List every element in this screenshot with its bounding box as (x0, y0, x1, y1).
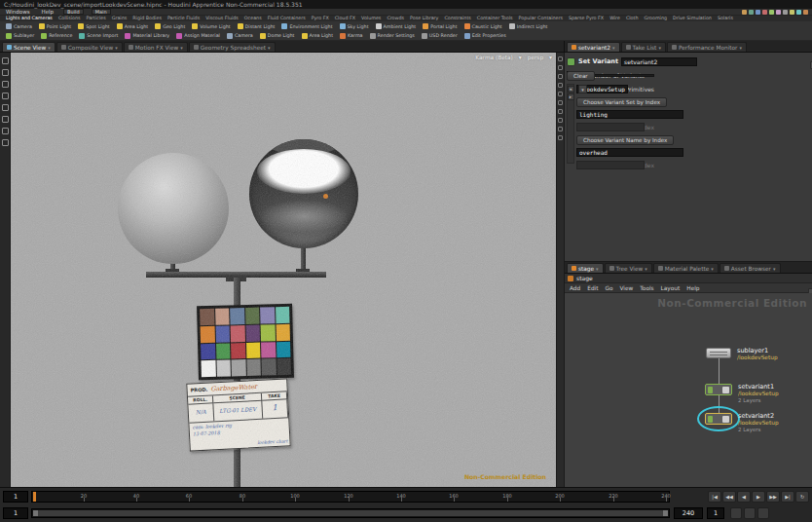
shelf-tool[interactable]: USD Render (422, 33, 458, 39)
pane-tab-stage[interactable]: stage▾ (567, 263, 604, 273)
shelfset-selector[interactable]: Main (92, 9, 111, 15)
variant-name-field[interactable]: overhead (576, 148, 683, 157)
pane-tab-scene-view[interactable]: Scene View▾ (2, 42, 55, 52)
pane-tab-take-list[interactable]: Take List▾ (621, 42, 666, 52)
range-handle-right[interactable] (663, 510, 668, 516)
key-tool-icon[interactable] (2, 139, 9, 146)
playbar-settings-icon[interactable] (757, 507, 769, 519)
node-setvariant1[interactable] (705, 384, 732, 395)
transport-button-2[interactable]: ◀ (737, 491, 751, 503)
toolbar-icon[interactable] (783, 10, 788, 15)
frame-step-field[interactable]: 1 (707, 507, 724, 519)
pane-tab-motion-fx-view[interactable]: Motion FX View▾ (124, 42, 188, 52)
toolbar-icon[interactable] (776, 10, 781, 15)
toolbar-icon[interactable] (803, 10, 808, 15)
shelf-tool[interactable]: Area Light (302, 33, 334, 39)
color-checker-chart[interactable] (197, 304, 294, 381)
view-options-icon[interactable] (558, 135, 563, 140)
shelf-tool[interactable]: Sublayer (6, 33, 34, 39)
transport-button-4[interactable]: ▶▶ (766, 491, 780, 503)
select-tool-icon[interactable] (2, 57, 9, 64)
shelf-tool[interactable]: Point Light (39, 23, 71, 29)
range-start-field[interactable]: 1 (3, 507, 28, 519)
network-menu-tools[interactable]: Tools (640, 285, 653, 291)
network-menu-view[interactable]: View (620, 285, 634, 291)
shelf-tool[interactable]: Sky Light (340, 23, 369, 29)
toolbar-icon[interactable] (756, 10, 760, 15)
matte-gray-sphere[interactable] (118, 153, 229, 264)
shelf-tool[interactable]: Caustic Light (464, 23, 502, 29)
shelf-tool[interactable]: Scene Import (79, 33, 118, 39)
shelf-tool[interactable]: Dome Light (260, 33, 295, 39)
shelf-tool[interactable]: Spot Light (78, 23, 109, 29)
shelf-tool[interactable]: Environment Light (281, 23, 332, 29)
node-flag-chip[interactable] (722, 387, 729, 393)
clear-button[interactable]: Clear (567, 71, 595, 81)
transport-button-0[interactable]: |◀ (708, 491, 721, 503)
handles-tool-icon[interactable] (2, 116, 9, 123)
grid-toggle-icon[interactable] (558, 100, 563, 105)
transport-button-3[interactable]: ▶ (752, 491, 765, 503)
range-handle-left[interactable] (33, 510, 38, 516)
scene-viewport[interactable]: PROD. GarbageWater ROLL. SCENE TAKE N/A … (11, 53, 556, 487)
pane-tab-material-palette[interactable]: Material Palette▾ (653, 263, 719, 273)
current-frame-field[interactable]: 1 (3, 491, 28, 503)
network-menu-add[interactable]: Add (570, 285, 580, 291)
shelf-tool[interactable]: Indirect Light (509, 23, 548, 29)
network-menu-help[interactable]: Help (686, 285, 699, 291)
network-menu-layout[interactable]: Layout (661, 285, 681, 291)
shelf-tool[interactable]: Material Library (125, 33, 169, 39)
shelf-tool[interactable]: Karma (340, 33, 363, 39)
shelf-tool[interactable]: Assign Material (176, 33, 220, 39)
lasso-select-tool-icon[interactable] (2, 69, 9, 76)
shelf-tool[interactable]: Reference (41, 33, 72, 39)
shelf-tool[interactable]: Render Settings (370, 33, 415, 39)
shelf-tool[interactable]: Portal Light (423, 23, 457, 29)
view-layout-icon[interactable] (558, 56, 563, 61)
shelf-tool[interactable]: Area Light (117, 23, 149, 29)
transport-button-5[interactable]: ▶| (781, 491, 794, 503)
pane-tab-geometry-spreadsheet[interactable]: Geometry Spreadsheet▾ (189, 42, 276, 52)
translate-tool-icon[interactable] (2, 81, 9, 88)
toolbar-icon[interactable] (749, 10, 754, 15)
rotate-tool-icon[interactable] (2, 93, 9, 99)
shelf-tool[interactable]: Geo Light (155, 23, 185, 29)
transport-button-6[interactable]: ↻ (795, 491, 809, 503)
shading-mode-icon[interactable] (558, 65, 563, 70)
timeline-ruler[interactable]: 20406080100120140160180200220240 (31, 491, 670, 503)
variant-set-field[interactable]: lighting (576, 110, 683, 119)
node-flag-chip[interactable] (722, 416, 729, 423)
camera-toggle-icon[interactable] (558, 83, 563, 88)
loop-mode-icon[interactable] (744, 507, 756, 519)
realtime-toggle-icon[interactable] (730, 507, 742, 519)
pane-tab-tree-view[interactable]: Tree View▾ (605, 263, 652, 273)
shelf-tool[interactable]: Edit Properties (464, 33, 506, 39)
snapshot-icon[interactable] (558, 109, 563, 114)
toolbar-icon[interactable] (742, 10, 747, 15)
node-setvariant2[interactable] (705, 413, 732, 425)
renderer-selector[interactable]: Karma (Beta) (475, 55, 512, 60)
node-name-field[interactable]: setvariant2 (621, 57, 697, 66)
toolbar-icon[interactable] (769, 10, 774, 15)
network-canvas[interactable]: Non-Commercial Edition sublayer1 /lookde… (565, 293, 812, 488)
choose-variant-name-button[interactable]: Choose Variant Name by Index (576, 135, 674, 145)
network-path[interactable]: stage (576, 275, 593, 281)
light-toggle-icon[interactable] (558, 92, 563, 96)
camera-selector[interactable]: persp (528, 55, 543, 60)
network-menu-go[interactable]: Go (605, 285, 612, 291)
shelf-tool[interactable]: Volume Light (192, 23, 230, 29)
toolbar-icon[interactable] (762, 10, 767, 15)
shelf-tool[interactable]: Ambient Light (376, 23, 417, 29)
pane-tab-asset-browser[interactable]: Asset Browser▾ (720, 263, 781, 273)
chevron-down-icon[interactable]: ▾ (578, 85, 587, 93)
shelf-tool[interactable]: Camera (227, 33, 253, 39)
pane-tab-setvariant2[interactable]: setvariant2▾ (567, 42, 620, 52)
menu-item-windows[interactable]: Windows (4, 9, 32, 15)
chevron-left-icon[interactable]: ◂ (568, 86, 574, 93)
pane-tab-composite-view[interactable]: Composite View▾ (56, 42, 123, 52)
range-end-field[interactable]: 240 (674, 507, 703, 519)
snap-tool-icon[interactable] (2, 128, 9, 134)
playback-range-slider[interactable] (31, 508, 670, 518)
chevron-right-icon[interactable]: ▸ (568, 93, 574, 100)
pane-tab-performance-monitor[interactable]: Performance Monitor▾ (667, 42, 747, 52)
